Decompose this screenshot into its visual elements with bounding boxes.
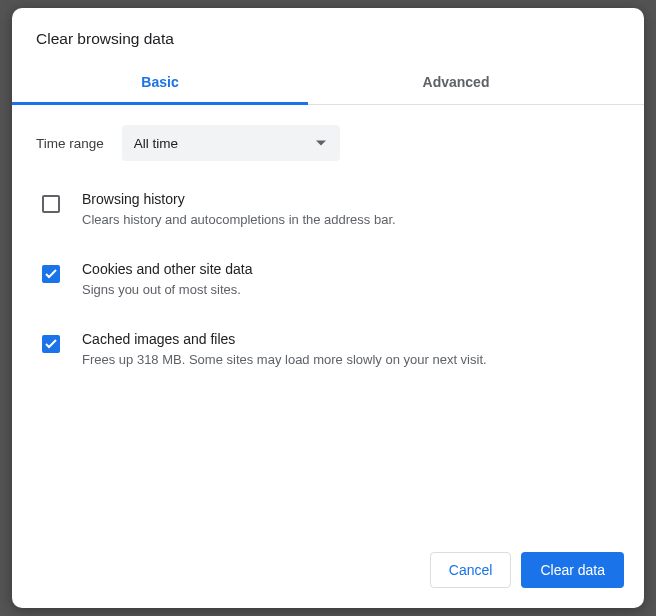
tab-advanced[interactable]: Advanced [308,62,604,104]
dialog-footer: Cancel Clear data [12,536,644,608]
option-browsing-history: Browsing history Clears history and auto… [36,189,620,231]
clear-data-button[interactable]: Clear data [521,552,624,588]
option-description: Signs you out of most sites. [82,281,620,299]
checkbox-cookies[interactable] [42,265,60,283]
time-range-selected-value: All time [134,136,178,151]
time-range-select[interactable]: All time [122,125,340,161]
option-cookies: Cookies and other site data Signs you ou… [36,259,620,301]
option-text: Cookies and other site data Signs you ou… [82,261,620,299]
tab-basic[interactable]: Basic [12,62,308,104]
checkbox-cache[interactable] [42,335,60,353]
chevron-down-icon [316,141,326,146]
option-title: Browsing history [82,191,620,207]
dialog-title: Clear browsing data [12,8,644,62]
option-cache: Cached images and files Frees up 318 MB.… [36,329,620,371]
checkbox-browsing-history[interactable] [42,195,60,213]
clear-browsing-data-dialog: Clear browsing data Basic Advanced Time … [12,8,644,608]
time-range-label: Time range [36,136,104,151]
option-text: Browsing history Clears history and auto… [82,191,620,229]
option-title: Cookies and other site data [82,261,620,277]
modal-backdrop: Clear browsing data Basic Advanced Time … [0,0,656,616]
option-description: Frees up 318 MB. Some sites may load mor… [82,351,620,369]
tab-bar: Basic Advanced [12,62,644,105]
cancel-button[interactable]: Cancel [430,552,512,588]
check-icon [45,339,57,349]
time-range-row: Time range All time [36,125,620,161]
dialog-body: Time range All time Browsing history Cle… [12,105,644,536]
option-text: Cached images and files Frees up 318 MB.… [82,331,620,369]
check-icon [45,269,57,279]
option-title: Cached images and files [82,331,620,347]
option-description: Clears history and autocompletions in th… [82,211,620,229]
